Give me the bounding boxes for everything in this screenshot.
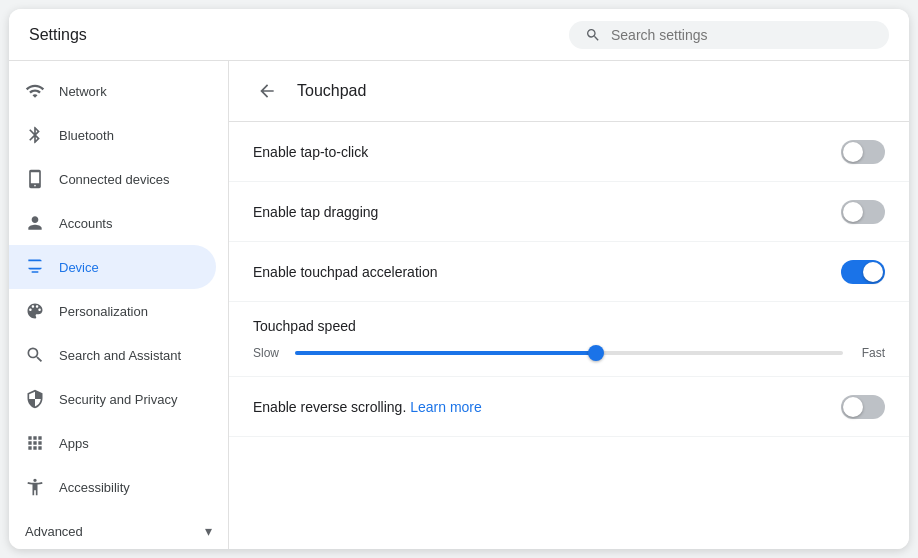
- settings-window: Settings Network: [9, 9, 909, 549]
- slider-fast-label: Fast: [855, 346, 885, 360]
- slider-thumb[interactable]: [588, 345, 604, 361]
- personalization-icon: [25, 301, 45, 321]
- connected-devices-icon: [25, 169, 45, 189]
- sidebar-label-device: Device: [59, 260, 99, 275]
- setting-row-reverse-scrolling: Enable reverse scrolling. Learn more: [229, 377, 909, 437]
- sidebar-label-search-assistant: Search and Assistant: [59, 348, 181, 363]
- sidebar-item-personalization[interactable]: Personalization: [9, 289, 216, 333]
- sidebar-item-connected-devices[interactable]: Connected devices: [9, 157, 216, 201]
- sidebar: Network Bluetooth Connected device: [9, 61, 229, 549]
- sidebar-label-personalization: Personalization: [59, 304, 148, 319]
- apps-icon: [25, 433, 45, 453]
- main-content: Touchpad Enable tap-to-click Enable tap …: [229, 61, 909, 549]
- tap-dragging-knob: [843, 202, 863, 222]
- tap-to-click-toggle[interactable]: [841, 140, 885, 164]
- tap-dragging-toggle[interactable]: [841, 200, 885, 224]
- sidebar-label-security-privacy: Security and Privacy: [59, 392, 178, 407]
- learn-more-link[interactable]: Learn more: [410, 399, 482, 415]
- setting-row-tap-to-click: Enable tap-to-click: [229, 122, 909, 182]
- reverse-scrolling-label: Enable reverse scrolling. Learn more: [253, 399, 482, 415]
- sidebar-item-apps[interactable]: Apps: [9, 421, 216, 465]
- page-title: Touchpad: [297, 82, 366, 100]
- touchpad-speed-slider[interactable]: [295, 351, 843, 355]
- setting-row-tap-dragging: Enable tap dragging: [229, 182, 909, 242]
- sidebar-item-network[interactable]: Network: [9, 69, 216, 113]
- bluetooth-icon: [25, 125, 45, 145]
- sidebar-item-security-privacy[interactable]: Security and Privacy: [9, 377, 216, 421]
- sidebar-label-bluetooth: Bluetooth: [59, 128, 114, 143]
- advanced-arrow-icon: ▾: [205, 523, 212, 539]
- touchpad-speed-section: Touchpad speed Slow Fast: [229, 302, 909, 377]
- network-icon: [25, 81, 45, 101]
- sidebar-label-accessibility: Accessibility: [59, 480, 130, 495]
- body: Network Bluetooth Connected device: [9, 61, 909, 549]
- sidebar-label-accounts: Accounts: [59, 216, 112, 231]
- touchpad-acceleration-knob: [863, 262, 883, 282]
- tap-to-click-label: Enable tap-to-click: [253, 144, 368, 160]
- back-button[interactable]: [253, 77, 281, 105]
- search-input[interactable]: [611, 27, 873, 43]
- touchpad-acceleration-label: Enable touchpad acceleration: [253, 264, 437, 280]
- sidebar-item-advanced[interactable]: Advanced ▾: [9, 509, 228, 549]
- sidebar-item-device[interactable]: Device: [9, 245, 216, 289]
- security-privacy-icon: [25, 389, 45, 409]
- sidebar-label-advanced: Advanced: [25, 524, 83, 539]
- slider-container: Slow Fast: [253, 346, 885, 360]
- reverse-scrolling-knob: [843, 397, 863, 417]
- sidebar-item-search-assistant[interactable]: Search and Assistant: [9, 333, 216, 377]
- main-header: Touchpad: [229, 61, 909, 122]
- accounts-icon: [25, 213, 45, 233]
- sidebar-label-apps: Apps: [59, 436, 89, 451]
- slider-slow-label: Slow: [253, 346, 283, 360]
- app-title: Settings: [29, 26, 87, 44]
- sidebar-item-accounts[interactable]: Accounts: [9, 201, 216, 245]
- search-bar[interactable]: [569, 21, 889, 49]
- search-icon: [585, 27, 601, 43]
- touchpad-acceleration-toggle[interactable]: [841, 260, 885, 284]
- sidebar-label-network: Network: [59, 84, 107, 99]
- accessibility-icon: [25, 477, 45, 497]
- tap-dragging-label: Enable tap dragging: [253, 204, 378, 220]
- tap-to-click-knob: [843, 142, 863, 162]
- reverse-scrolling-toggle[interactable]: [841, 395, 885, 419]
- search-assistant-icon: [25, 345, 45, 365]
- sidebar-item-accessibility[interactable]: Accessibility: [9, 465, 216, 509]
- sidebar-label-connected-devices: Connected devices: [59, 172, 170, 187]
- slider-fill: [295, 351, 596, 355]
- sidebar-item-bluetooth[interactable]: Bluetooth: [9, 113, 216, 157]
- header: Settings: [9, 9, 909, 61]
- setting-row-touchpad-acceleration: Enable touchpad acceleration: [229, 242, 909, 302]
- touchpad-speed-label: Touchpad speed: [253, 318, 885, 334]
- device-icon: [25, 257, 45, 277]
